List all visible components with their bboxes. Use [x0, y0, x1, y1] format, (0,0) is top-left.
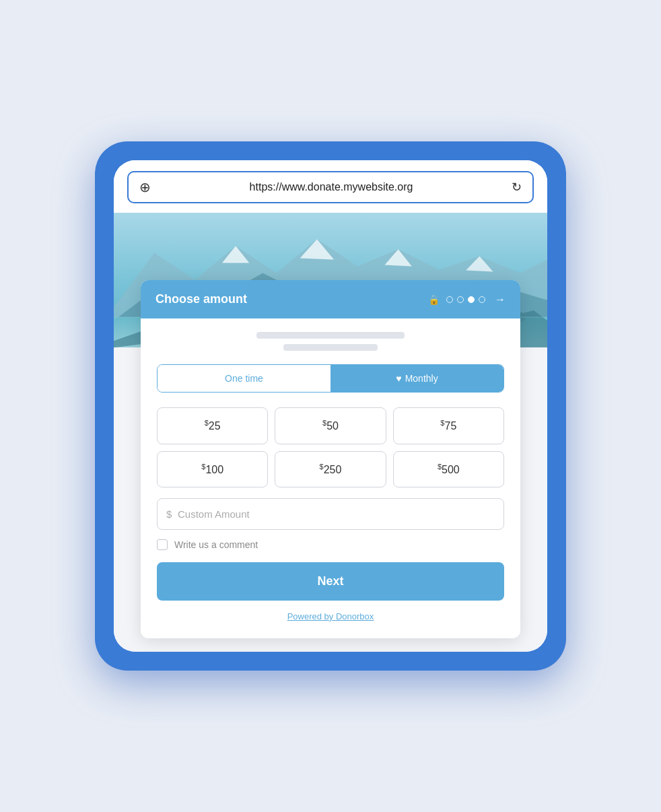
lock-icon: 🔒: [428, 294, 440, 305]
device-frame: ⊕ https://www.donate.mywebsite.org ↻: [95, 141, 566, 671]
browser-chrome: ⊕ https://www.donate.mywebsite.org ↻: [114, 160, 547, 213]
refresh-icon[interactable]: ↻: [512, 180, 522, 195]
url-text: https://www.donate.mywebsite.org: [160, 181, 502, 193]
amount-button-100[interactable]: $100: [157, 451, 268, 487]
step-dot-2: [457, 296, 464, 303]
comment-label: Write us a comment: [174, 539, 258, 550]
one-time-button[interactable]: One time: [158, 365, 330, 392]
placeholder-bar-wide: [256, 332, 405, 339]
amount-grid: $25 $50 $75 $100 $250 $500: [157, 407, 504, 487]
widget-title: Choose amount: [155, 292, 247, 306]
page-content: Choose amount 🔒 →: [114, 213, 547, 652]
dollar-sign-icon: $: [166, 508, 172, 520]
comment-checkbox[interactable]: [157, 539, 168, 550]
device-inner: ⊕ https://www.donate.mywebsite.org ↻: [114, 160, 547, 652]
placeholder-bar-narrow: [283, 344, 378, 351]
address-bar: ⊕ https://www.donate.mywebsite.org ↻: [127, 171, 534, 203]
forward-arrow-icon[interactable]: →: [495, 294, 506, 306]
widget-header-right: 🔒 →: [428, 294, 506, 306]
next-button[interactable]: Next: [157, 562, 504, 601]
powered-by-link[interactable]: Powered by Donorbox: [287, 611, 374, 621]
step-dot-1: [446, 296, 453, 303]
add-tab-icon[interactable]: ⊕: [139, 179, 151, 195]
widget-header: Choose amount 🔒 →: [141, 280, 520, 318]
step-dot-4: [479, 296, 485, 303]
comment-row: Write us a comment: [157, 539, 504, 550]
amount-button-250[interactable]: $250: [275, 451, 386, 487]
placeholder-bars: [157, 332, 504, 351]
amount-button-50[interactable]: $50: [275, 407, 386, 444]
powered-by: Powered by Donorbox: [157, 610, 504, 622]
monthly-button[interactable]: ♥Monthly: [330, 365, 503, 392]
widget-body: One time ♥Monthly $25 $50 $75 $100 $250 …: [141, 318, 520, 638]
donation-widget: Choose amount 🔒 →: [141, 280, 520, 638]
amount-button-25[interactable]: $25: [157, 407, 268, 444]
amount-button-75[interactable]: $75: [393, 407, 504, 444]
frequency-toggle: One time ♥Monthly: [157, 364, 504, 393]
custom-amount-wrapper: $: [157, 498, 504, 530]
custom-amount-input[interactable]: [157, 498, 504, 530]
step-dot-3: [468, 296, 475, 303]
step-indicators: [446, 296, 485, 303]
heart-icon: ♥: [396, 373, 401, 384]
amount-button-500[interactable]: $500: [393, 451, 504, 487]
